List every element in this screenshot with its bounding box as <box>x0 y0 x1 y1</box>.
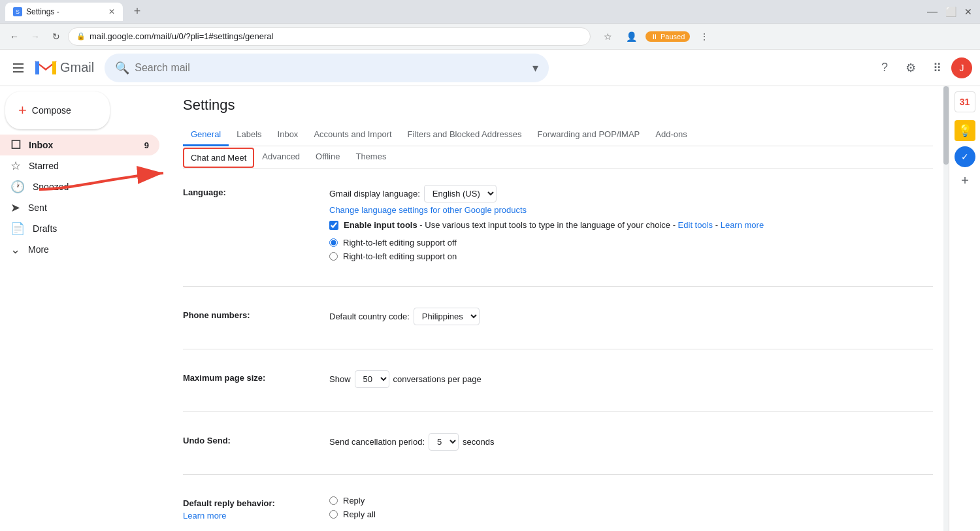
tab-inbox[interactable]: Inbox <box>270 124 306 146</box>
compose-label: Compose <box>32 105 71 116</box>
enable-input-tools-row: Enable input tools - Use various text in… <box>329 220 933 230</box>
divider-4 <box>183 474 933 475</box>
gmail-logo: Gmail <box>34 59 94 77</box>
tab-labels[interactable]: Labels <box>229 124 269 146</box>
rtl-on-radio[interactable] <box>329 252 338 261</box>
hamburger-menu[interactable] <box>8 57 29 78</box>
close-button[interactable]: ✕ <box>962 7 975 17</box>
search-dropdown-icon[interactable]: ▾ <box>532 61 538 75</box>
gmail-container: Gmail 🔍 ▾ ? ⚙ ⠿ J + Compose ☐ Inbox 9 <box>0 50 980 531</box>
keep-widget[interactable]: 💡 <box>955 120 975 141</box>
new-tab-button[interactable]: + <box>128 3 146 21</box>
tab-forwarding-pop[interactable]: Forwarding and POP/IMAP <box>529 124 647 146</box>
per-page-label: conversations per page <box>393 374 482 384</box>
expand-panel-button[interactable] <box>960 175 970 187</box>
tab-advanced[interactable]: Advanced <box>254 146 308 169</box>
learn-more-language-link[interactable]: Learn more <box>721 220 764 230</box>
apps-icon[interactable]: ⠿ <box>925 56 949 80</box>
sidebar-item-starred[interactable]: ☆ Starred <box>0 155 159 176</box>
reload-button[interactable]: ↻ <box>47 27 65 46</box>
language-value: Gmail display language: English (US) Cha… <box>329 185 933 265</box>
back-button[interactable]: ← <box>5 27 24 46</box>
undo-send-label: Undo Send: <box>183 433 314 445</box>
tab-addons[interactable]: Add-ons <box>647 124 694 146</box>
sidebar-item-drafts[interactable]: 📄 Drafts <box>0 218 159 239</box>
forward-button[interactable]: → <box>26 27 44 46</box>
default-reply-row: Default reply behavior: Learn more Reply… <box>183 496 933 523</box>
menu-button[interactable]: ⋮ <box>695 27 713 46</box>
page-size-value: Show 50 conversations per page <box>329 370 933 391</box>
snoozed-icon: 🕐 <box>10 180 25 194</box>
tab-favicon: S <box>13 7 22 16</box>
undo-send-row: Undo Send: Send cancellation period: 5 s… <box>183 433 933 453</box>
maximize-button[interactable]: ⬜ <box>943 7 959 17</box>
sent-label: Sent <box>28 202 149 213</box>
settings-content: Language: Gmail display language: Englis… <box>183 169 933 531</box>
rtl-off-row: Right-to-left editing support off <box>329 238 933 248</box>
reply-all-radio-row: Reply all <box>329 509 933 519</box>
reply-all-radio[interactable] <box>329 510 338 519</box>
page-size-inline: Show 50 conversations per page <box>329 370 933 388</box>
search-icon: 🔍 <box>115 61 129 75</box>
country-select[interactable]: Philippines <box>414 308 480 325</box>
change-language-link[interactable]: Change language settings for other Googl… <box>329 205 933 215</box>
tab-general[interactable]: General <box>183 124 229 146</box>
tab-accounts-import[interactable]: Accounts and Import <box>306 124 399 146</box>
language-select[interactable]: English (US) <box>424 185 497 202</box>
search-bar[interactable]: 🔍 ▾ <box>105 54 549 82</box>
reply-label: Reply <box>343 496 365 506</box>
header-right: ? ⚙ ⠿ J <box>873 56 972 80</box>
cancellation-period-select[interactable]: 5 <box>429 433 459 451</box>
browser-chrome: S Settings - ✕ + — ⬜ ✕ <box>0 0 980 24</box>
page-size-label: Maximum page size: <box>183 370 314 383</box>
main-area: + Compose ☐ Inbox 9 ☆ Starred 🕐 Snoozed … <box>0 86 980 531</box>
settings-icon[interactable]: ⚙ <box>899 56 923 80</box>
snoozed-label: Snoozed <box>33 182 149 192</box>
address-bar-row: ← → ↻ 🔒 mail.google.com/mail/u/0/?pli=1#… <box>0 24 980 50</box>
reply-all-label: Reply all <box>343 509 376 519</box>
tab-chat-meet[interactable]: Chat and Meet <box>183 148 254 168</box>
browser-tab[interactable]: S Settings - ✕ <box>5 3 123 21</box>
sidebar-item-inbox[interactable]: ☐ Inbox 9 <box>0 135 159 155</box>
reply-radio[interactable] <box>329 496 338 505</box>
tab-themes[interactable]: Themes <box>348 146 394 169</box>
rtl-off-radio[interactable] <box>329 238 338 247</box>
drafts-label: Drafts <box>33 223 149 234</box>
default-reply-value: Reply Reply all <box>329 496 933 523</box>
rtl-on-row: Right-to-left editing support on <box>329 251 933 261</box>
settings-title: Settings <box>183 97 933 114</box>
calendar-widget[interactable]: 31 <box>955 91 975 112</box>
scroll-thumb[interactable] <box>943 86 949 165</box>
tasks-widget[interactable]: ✓ <box>955 146 975 167</box>
search-input[interactable] <box>135 62 527 74</box>
address-bar[interactable]: 🔒 mail.google.com/mail/u/0/?pli=1#settin… <box>68 27 591 46</box>
compose-button[interactable]: + Compose <box>5 91 110 129</box>
right-panel: 31 💡 ✓ <box>949 86 980 531</box>
page-size-select[interactable]: 50 <box>355 370 389 388</box>
edit-tools-link[interactable]: Edit tools <box>678 220 713 230</box>
tab-filters-blocked[interactable]: Filters and Blocked Addresses <box>400 124 530 146</box>
enable-input-tools-checkbox[interactable] <box>329 221 338 230</box>
inbox-label: Inbox <box>29 140 137 150</box>
phone-country-row: Default country code: Philippines <box>329 308 933 325</box>
drafts-icon: 📄 <box>10 221 25 236</box>
profile-icon[interactable]: 👤 <box>622 27 640 46</box>
page-size-row: Maximum page size: Show 50 conversations… <box>183 370 933 391</box>
sidebar-item-snoozed[interactable]: 🕐 Snoozed <box>0 176 159 197</box>
avatar[interactable]: J <box>951 57 972 78</box>
phone-value: Default country code: Philippines <box>329 308 933 328</box>
inbox-count: 9 <box>144 140 149 150</box>
tab-close-button[interactable]: ✕ <box>108 7 115 16</box>
bookmark-icon[interactable]: ☆ <box>598 27 617 46</box>
seconds-label: seconds <box>463 437 494 447</box>
help-icon[interactable]: ? <box>873 56 896 80</box>
minimize-button[interactable]: — <box>924 6 940 18</box>
divider-3 <box>183 411 933 412</box>
tab-offline[interactable]: Offline <box>308 146 348 169</box>
cancellation-label: Send cancellation period: <box>329 437 425 447</box>
sidebar-item-more[interactable]: ⌄ More <box>0 239 159 260</box>
sidebar-item-sent[interactable]: ➤ Sent <box>0 197 159 218</box>
default-country-label: Default country code: <box>329 312 410 321</box>
default-reply-learn-more[interactable]: Learn more <box>183 511 314 521</box>
gmail-m-icon <box>34 59 57 77</box>
